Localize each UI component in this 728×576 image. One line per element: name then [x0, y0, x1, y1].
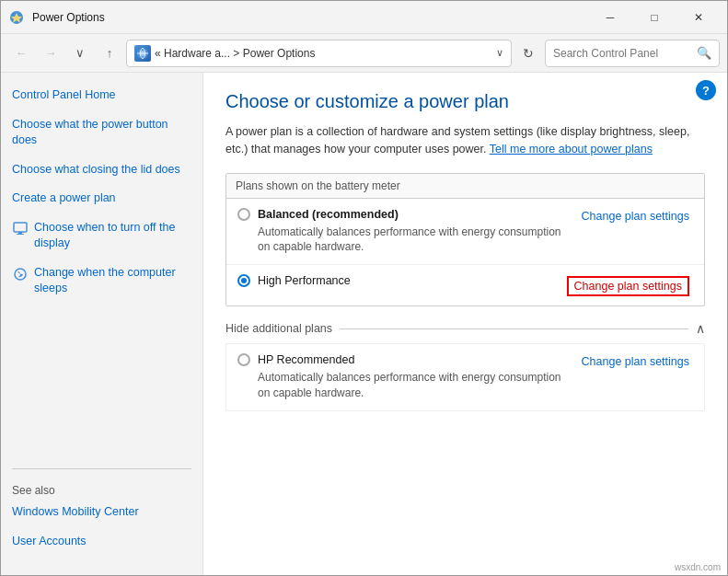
help-button[interactable]: ? — [696, 80, 716, 100]
content-description: A power plan is a collection of hardware… — [225, 123, 705, 158]
plan-item-hp-recommended: HP Recommended Automatically balances pe… — [225, 343, 705, 411]
sidebar-link-display[interactable]: Choose when to turn off the display — [34, 220, 191, 252]
window-controls: ─ □ ✕ — [589, 3, 720, 32]
sidebar: Control Panel Home Choose what the power… — [1, 73, 203, 576]
address-prefix: « Hardware a... > Power Options — [155, 47, 492, 60]
balanced-plan-desc: Automatically balances performance with … — [258, 225, 572, 256]
search-input[interactable] — [553, 47, 693, 60]
svg-rect-5 — [14, 223, 27, 232]
search-icon[interactable]: 🔍 — [697, 46, 711, 60]
hp-recommended-plan-name: HP Recommended — [258, 353, 354, 366]
see-also-section: See also Windows Mobility Center User Ac… — [12, 468, 191, 562]
app-icon — [8, 9, 25, 26]
minimize-button[interactable]: ─ — [589, 3, 631, 32]
svg-rect-6 — [18, 232, 22, 234]
balanced-plan-area: Balanced (recommended) Automatically bal… — [237, 208, 572, 256]
watermark: wsxdn.com — [675, 562, 721, 572]
sidebar-item-control-panel-home[interactable]: Control Panel Home — [12, 87, 191, 104]
page-title: Choose or customize a power plan — [225, 91, 705, 112]
address-chevron[interactable]: ∨ — [496, 47, 503, 59]
sidebar-item-sleep[interactable]: Change when the computer sleeps — [12, 265, 191, 297]
main-layout: Control Panel Home Choose what the power… — [1, 73, 727, 576]
sidebar-item-create-plan[interactable]: Create a power plan — [12, 190, 191, 207]
high-performance-radio[interactable] — [237, 274, 250, 287]
sidebar-item-mobility-center[interactable]: Windows Mobility Center — [12, 504, 191, 521]
sleep-icon — [12, 266, 29, 282]
learn-more-link[interactable]: Tell me more about power plans — [490, 143, 653, 156]
svg-rect-7 — [17, 234, 24, 235]
refresh-button[interactable]: ↻ — [515, 40, 541, 66]
dropdown-button[interactable]: ∨ — [67, 40, 93, 66]
sidebar-item-power-button[interactable]: Choose what the power button does — [12, 117, 191, 149]
sidebar-link-sleep[interactable]: Change when the computer sleeps — [34, 265, 191, 297]
address-icon — [134, 45, 151, 62]
high-performance-plan-name: High Performance — [258, 274, 351, 287]
address-box[interactable]: « Hardware a... > Power Options ∨ — [126, 40, 512, 67]
window-title: Power Options — [32, 11, 589, 24]
hide-section-divider — [340, 328, 688, 329]
content-area: ? Choose or customize a power plan A pow… — [203, 73, 727, 576]
up-button[interactable]: ↑ — [97, 40, 122, 66]
sidebar-item-closing-lid[interactable]: Choose what closing the lid does — [12, 162, 191, 179]
see-also-label: See also — [12, 484, 191, 497]
back-button[interactable]: ← — [8, 40, 34, 66]
forward-button[interactable]: → — [38, 40, 64, 66]
plans-section: Plans shown on the battery meter Balance… — [225, 173, 705, 307]
sidebar-item-display-off[interactable]: Choose when to turn off the display — [12, 220, 191, 252]
maximize-button[interactable]: □ — [633, 3, 676, 32]
sidebar-item-user-accounts[interactable]: User Accounts — [12, 534, 191, 550]
display-icon — [12, 221, 29, 237]
high-performance-change-link[interactable]: Change plan settings — [567, 276, 689, 296]
balanced-radio-row: Balanced (recommended) — [237, 208, 572, 221]
search-box[interactable]: 🔍 — [545, 40, 720, 67]
hp-recommended-radio-row: HP Recommended — [237, 353, 572, 366]
addressbar: ← → ∨ ↑ « Hardware a... > Power Options … — [1, 34, 727, 73]
high-performance-radio-row: High Performance — [237, 274, 558, 287]
balanced-change-link[interactable]: Change plan settings — [582, 210, 689, 223]
hp-recommended-radio[interactable] — [237, 353, 250, 366]
close-button[interactable]: ✕ — [677, 3, 720, 32]
hp-recommended-plan-desc: Automatically balances performance with … — [258, 370, 572, 401]
plans-header-text: Plans shown on the battery meter — [236, 179, 695, 192]
balanced-plan-name: Balanced (recommended) — [258, 208, 399, 221]
hide-section-header: Hide additional plans ∧ — [225, 321, 705, 336]
balanced-radio[interactable] — [237, 208, 250, 221]
plan-item-high-performance: High Performance Change plan settings — [226, 265, 704, 305]
plans-header: Plans shown on the battery meter — [226, 174, 704, 199]
hp-recommended-change-link[interactable]: Change plan settings — [582, 355, 689, 368]
hide-section-label: Hide additional plans — [225, 322, 332, 335]
collapse-button[interactable]: ∧ — [696, 321, 705, 336]
plan-item-balanced: Balanced (recommended) Automatically bal… — [226, 199, 704, 266]
high-performance-plan-area: High Performance — [237, 274, 558, 287]
hp-recommended-plan-area: HP Recommended Automatically balances pe… — [237, 353, 572, 401]
hide-additional-plans-section: Hide additional plans ∧ HP Recommended A… — [225, 321, 705, 411]
titlebar: Power Options ─ □ ✕ — [1, 1, 727, 34]
